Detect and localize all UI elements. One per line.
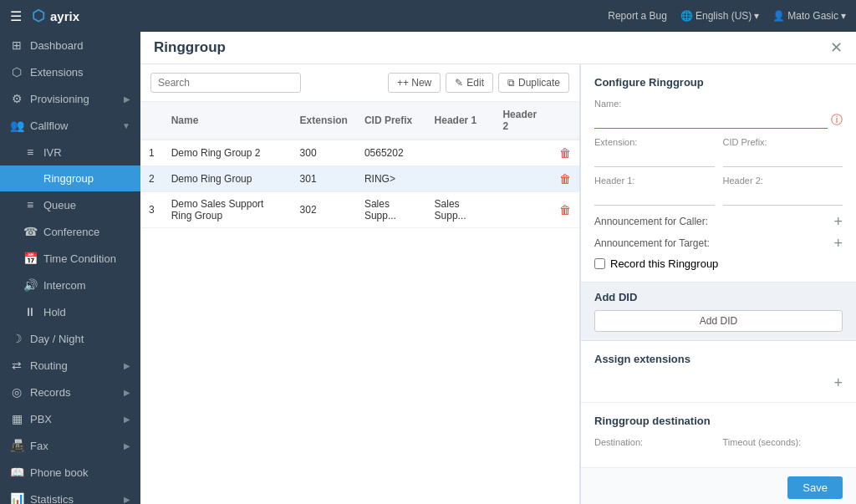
routing-icon: ⇄ bbox=[10, 359, 23, 372]
sidebar-item-callflow[interactable]: 👥 Callflow ▼ bbox=[0, 112, 140, 139]
form-section-title: Configure Ringgroup bbox=[594, 76, 843, 89]
row-header1 bbox=[426, 140, 495, 166]
name-input[interactable] bbox=[594, 111, 828, 129]
sidebar-label: Extensions bbox=[30, 66, 130, 79]
report-bug-button[interactable]: Report a Bug bbox=[608, 10, 667, 22]
row-name: Demo Ring Group bbox=[163, 166, 292, 192]
row-cid-prefix: Sales Supp... bbox=[356, 192, 426, 228]
sidebar-item-statistics[interactable]: 📊 Statistics ▶ bbox=[0, 486, 140, 504]
extension-group: Extension: bbox=[594, 137, 715, 167]
chevron-right-icon: ▶ bbox=[124, 495, 130, 504]
topbar: ☰ ⬡ ayrix Report a Bug 🌐 English (US) ▾ … bbox=[0, 0, 856, 32]
dashboard-icon: ⊞ bbox=[10, 38, 23, 52]
search-input[interactable] bbox=[150, 73, 301, 93]
row-num: 3 bbox=[140, 192, 163, 228]
add-did-button[interactable]: Add DID bbox=[594, 310, 843, 332]
sidebar-item-pbx[interactable]: ▦ PBX ▶ bbox=[0, 405, 140, 432]
sidebar-item-routing[interactable]: ⇄ Routing ▶ bbox=[0, 352, 140, 379]
extension-label: Extension: bbox=[594, 137, 715, 147]
new-button[interactable]: + + New bbox=[388, 73, 441, 93]
close-button[interactable]: ✕ bbox=[830, 38, 843, 57]
sidebar-item-ivr[interactable]: ≡ IVR bbox=[0, 139, 140, 165]
header2-input[interactable] bbox=[723, 188, 843, 206]
queue-icon: ≡ bbox=[23, 198, 37, 211]
delete-button[interactable]: 🗑 bbox=[559, 146, 571, 160]
header1-input[interactable] bbox=[594, 188, 715, 206]
sidebar-item-fax[interactable]: 📠 Fax ▶ bbox=[0, 432, 140, 459]
header2-group: Header 2: bbox=[723, 176, 843, 206]
cid-prefix-group: CID Prefix: bbox=[723, 137, 843, 167]
sidebar-item-provisioning[interactable]: ⚙ Provisioning ▶ bbox=[0, 85, 140, 112]
form-panel: Configure Ringgroup Name: ⓘ bbox=[580, 64, 856, 504]
record-label: Record this Ringgroup bbox=[610, 257, 718, 270]
sidebar-label: Records bbox=[30, 386, 117, 399]
destination-label: Destination: bbox=[594, 437, 715, 447]
record-checkbox-row: Record this Ringgroup bbox=[594, 257, 843, 270]
sidebar-label: Provisioning bbox=[30, 93, 117, 105]
phonebook-icon: 📖 bbox=[10, 466, 23, 479]
user-menu[interactable]: 👤 Mato Gasic ▾ bbox=[772, 10, 846, 22]
form-footer: Save bbox=[581, 468, 856, 504]
assign-ext-add-button[interactable]: + bbox=[833, 375, 843, 390]
col-num bbox=[140, 102, 163, 140]
day-night-icon: ☽ bbox=[10, 332, 23, 345]
table-row[interactable]: 2 Demo Ring Group 301 RING> 🗑 bbox=[140, 166, 579, 192]
language-selector[interactable]: 🌐 English (US) ▾ bbox=[680, 10, 759, 22]
sidebar-label: Ringgroup bbox=[43, 172, 130, 185]
brand-icon: ⬡ bbox=[32, 7, 45, 25]
ext-cid-row: Extension: CID Prefix: bbox=[594, 137, 843, 167]
row-name: Demo Ring Group 2 bbox=[163, 140, 292, 166]
name-label: Name: bbox=[594, 99, 843, 109]
timeout-label: Timeout (seconds): bbox=[723, 437, 843, 447]
sidebar-item-extensions[interactable]: ⬡ Extensions bbox=[0, 59, 140, 85]
sidebar-item-intercom[interactable]: 🔊 Intercom bbox=[0, 272, 140, 298]
sidebar-label: Intercom bbox=[43, 279, 130, 292]
header-row: Header 1: Header 2: bbox=[594, 176, 843, 206]
sidebar-item-conference[interactable]: ☎ Conference bbox=[0, 218, 140, 245]
cid-prefix-input[interactable] bbox=[723, 150, 843, 167]
sidebar-item-queue[interactable]: ≡ Queue bbox=[0, 191, 140, 218]
duplicate-button[interactable]: ⧉ Duplicate bbox=[498, 73, 569, 93]
duplicate-icon: ⧉ bbox=[507, 77, 515, 89]
announcement-target-add-button[interactable]: + bbox=[833, 236, 843, 251]
extension-input[interactable] bbox=[594, 150, 715, 167]
row-extension: 300 bbox=[292, 140, 356, 166]
sidebar-item-records[interactable]: ◎ Records ▶ bbox=[0, 379, 140, 405]
name-group: Name: ⓘ bbox=[594, 99, 843, 129]
time-condition-icon: 📅 bbox=[23, 252, 37, 265]
table-row[interactable]: 1 Demo Ring Group 2 300 0565202 🗑 bbox=[140, 140, 579, 166]
sidebar-item-dashboard[interactable]: ⊞ Dashboard bbox=[0, 32, 140, 59]
edit-label: Edit bbox=[466, 77, 484, 89]
destination-row: Destination: Timeout (seconds): bbox=[594, 437, 843, 447]
header1-group: Header 1: bbox=[594, 176, 715, 206]
conference-icon: ☎ bbox=[23, 225, 37, 238]
brand-logo: ⬡ ayrix bbox=[32, 7, 79, 25]
content-area: Ringgroup ✕ + + New ✎ Edit bbox=[140, 32, 856, 504]
sidebar-item-time-condition[interactable]: 📅 Time Condition bbox=[0, 245, 140, 272]
sidebar-label: IVR bbox=[43, 146, 130, 159]
menu-toggle[interactable]: ☰ bbox=[10, 8, 22, 24]
delete-button[interactable]: 🗑 bbox=[559, 172, 571, 186]
save-button[interactable]: Save bbox=[787, 476, 843, 499]
record-checkbox[interactable] bbox=[594, 258, 605, 269]
announcement-caller-add-button[interactable]: + bbox=[833, 214, 843, 229]
toolbar-actions: + + New ✎ Edit ⧉ Duplicate bbox=[388, 73, 569, 93]
chevron-right-icon: ▶ bbox=[124, 388, 130, 397]
sidebar-item-hold[interactable]: ⏸ Hold bbox=[0, 298, 140, 325]
sidebar-label: Routing bbox=[30, 359, 117, 372]
header2-label: Header 2: bbox=[723, 176, 843, 186]
table-row[interactable]: 3 Demo Sales Support Ring Group 302 Sale… bbox=[140, 192, 579, 228]
sidebar-item-phonebook[interactable]: 📖 Phone book bbox=[0, 459, 140, 486]
row-cid-prefix: RING> bbox=[356, 166, 426, 192]
sidebar-label: Queue bbox=[43, 199, 130, 211]
edit-button[interactable]: ✎ Edit bbox=[446, 73, 493, 93]
sidebar-label: Callflow bbox=[30, 120, 115, 132]
pbx-icon: ▦ bbox=[10, 412, 23, 425]
sidebar-item-day-night[interactable]: ☽ Day / Night bbox=[0, 325, 140, 352]
delete-button[interactable]: 🗑 bbox=[559, 203, 571, 216]
provisioning-icon: ⚙ bbox=[10, 92, 23, 105]
chevron-right-icon: ▶ bbox=[124, 94, 130, 104]
edit-icon: ✎ bbox=[455, 77, 463, 89]
chevron-right-icon: ▶ bbox=[124, 415, 130, 424]
sidebar-item-ringgroup[interactable]: Ringgroup bbox=[0, 165, 140, 191]
